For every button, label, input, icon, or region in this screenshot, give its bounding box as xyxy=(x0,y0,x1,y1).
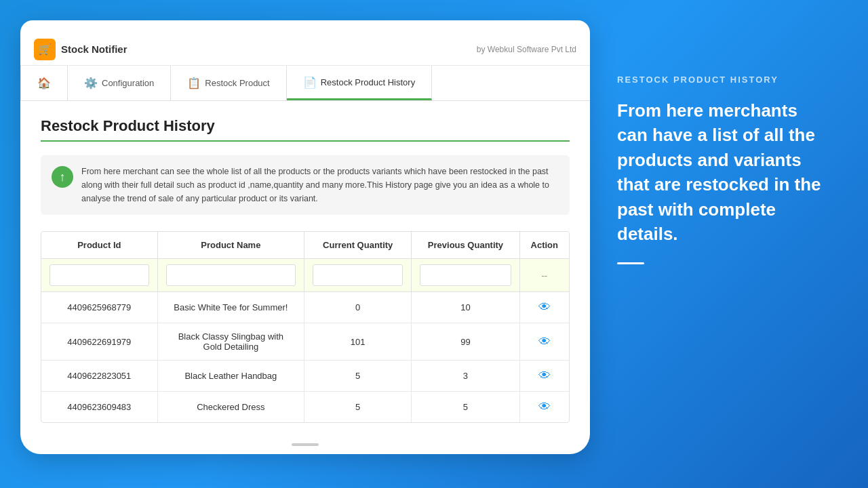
nav-label-configuration: Configuration xyxy=(102,78,154,88)
cell-current-qty: 0 xyxy=(304,292,412,323)
cell-product-id: 4409622691979 xyxy=(41,323,157,361)
view-icon[interactable]: 👁 xyxy=(538,400,551,413)
cell-product-id: 4409623609483 xyxy=(41,392,157,423)
restock-icon: 📋 xyxy=(187,77,201,89)
col-header-previous-qty: Previous Quantity xyxy=(412,232,519,259)
filter-input-name[interactable] xyxy=(166,264,296,286)
cell-current-qty: 5 xyxy=(304,392,412,423)
app-title: Stock Notifier xyxy=(61,43,127,55)
dot-1 xyxy=(298,26,303,30)
history-icon: 📄 xyxy=(303,76,317,89)
scroll-bar xyxy=(292,443,319,446)
cell-action: 👁 xyxy=(519,292,569,323)
table-row: 4409622823051 Black Leather Handbag 5 3 … xyxy=(41,361,569,392)
table-row: 4409623609483 Checkered Dress 5 5 👁 xyxy=(41,392,569,423)
cell-product-id: 4409622823051 xyxy=(41,361,157,392)
nav-item-restock-product[interactable]: 📋 Restock Product xyxy=(171,66,286,100)
nav-item-home[interactable]: 🏠 xyxy=(20,66,68,100)
view-icon[interactable]: 👁 xyxy=(538,369,551,382)
filter-action: -- xyxy=(519,259,569,292)
cell-product-name: Checkered Dress xyxy=(157,392,304,423)
cell-previous-qty: 3 xyxy=(412,361,519,392)
view-icon[interactable]: 👁 xyxy=(538,335,551,348)
by-text: by Webkul Software Pvt Ltd xyxy=(477,45,576,54)
cell-previous-qty: 10 xyxy=(412,292,519,323)
table-header-row: Product Id Product Name Current Quantity… xyxy=(41,232,569,259)
nav-label-restock-history: Restock Product History xyxy=(321,77,415,87)
right-panel: RESTOCK PRODUCT HISTORY From here mercha… xyxy=(590,20,848,468)
home-icon: 🏠 xyxy=(37,77,51,89)
info-text: From here merchant can see the whole lis… xyxy=(81,165,559,205)
cell-action: 👁 xyxy=(519,323,569,361)
nav-item-configuration[interactable]: ⚙️ Configuration xyxy=(68,66,171,100)
dots-indicator xyxy=(20,26,590,30)
filter-product-name[interactable] xyxy=(157,259,304,292)
nav-bar: 🏠 ⚙️ Configuration 📋 Restock Product 📄 R… xyxy=(20,66,590,101)
app-brand: 🛒 Stock Notifier xyxy=(34,39,127,60)
content-area: Restock Product History ↑ From here merc… xyxy=(20,101,590,439)
cell-current-qty: 5 xyxy=(304,361,412,392)
cell-action: 👁 xyxy=(519,361,569,392)
title-underline xyxy=(41,140,570,142)
filter-input-current[interactable] xyxy=(313,264,403,286)
view-icon[interactable]: 👁 xyxy=(538,300,551,314)
right-divider xyxy=(617,262,644,264)
col-header-action: Action xyxy=(519,232,569,259)
filter-previous-qty[interactable] xyxy=(412,259,519,292)
cell-product-id: 4409625968779 xyxy=(41,292,157,323)
col-header-product-name: Product Name xyxy=(157,232,304,259)
info-icon: ↑ xyxy=(52,166,73,188)
main-card: 🛒 Stock Notifier by Webkul Software Pvt … xyxy=(20,20,590,454)
filter-product-id[interactable] xyxy=(41,259,157,292)
nav-item-restock-history[interactable]: 📄 Restock Product History xyxy=(287,66,432,100)
right-panel-description: From here merchants can have a list of a… xyxy=(617,98,827,246)
cell-product-name: Basic White Tee for Summer! xyxy=(157,292,304,323)
col-header-current-qty: Current Quantity xyxy=(304,232,412,259)
filter-row: -- xyxy=(41,259,569,292)
right-panel-label: RESTOCK PRODUCT HISTORY xyxy=(617,75,827,85)
table-row: 4409622691979 Black Classy Slingbag with… xyxy=(41,323,569,361)
filter-current-qty[interactable] xyxy=(304,259,412,292)
cell-previous-qty: 5 xyxy=(412,392,519,423)
product-table: Product Id Product Name Current Quantity… xyxy=(41,231,570,423)
config-icon: ⚙️ xyxy=(84,77,98,89)
cell-previous-qty: 99 xyxy=(412,323,519,361)
nav-label-restock-product: Restock Product xyxy=(205,78,269,88)
cell-action: 👁 xyxy=(519,392,569,423)
filter-input-id[interactable] xyxy=(50,264,149,286)
cell-current-qty: 101 xyxy=(304,323,412,361)
dot-2 xyxy=(307,26,312,30)
cell-product-name: Black Classy Slingbag with Gold Detailin… xyxy=(157,323,304,361)
top-bar: 🛒 Stock Notifier by Webkul Software Pvt … xyxy=(20,33,590,66)
table-row: 4409625968779 Basic White Tee for Summer… xyxy=(41,292,569,323)
col-header-product-id: Product Id xyxy=(41,232,157,259)
scroll-indicator xyxy=(20,439,590,451)
filter-input-previous[interactable] xyxy=(420,264,511,286)
cell-product-name: Black Leather Handbag xyxy=(157,361,304,392)
page-title: Restock Product History xyxy=(41,117,570,135)
app-icon: 🛒 xyxy=(34,39,56,60)
info-box: ↑ From here merchant can see the whole l… xyxy=(41,155,570,215)
